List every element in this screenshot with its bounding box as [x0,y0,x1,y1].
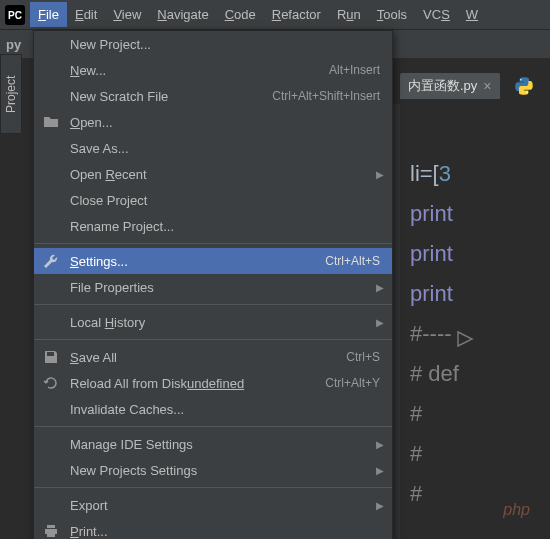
reload-icon [42,374,60,392]
submenu-arrow-icon: ▶ [376,169,384,180]
code-editor[interactable]: li=[3printprintprint#----# def### [400,104,550,539]
menuitem-print[interactable]: Print... [34,518,392,539]
menuitem-settings[interactable]: Settings...Ctrl+Alt+S [34,248,392,274]
code-line: print [410,274,550,314]
submenu-arrow-icon: ▶ [376,439,384,450]
editor-tab[interactable]: 内置函数.py × [400,73,500,99]
menu-file[interactable]: File [30,2,67,27]
menuitem-label: Rename Project... [70,219,174,234]
menuitem-open-recent[interactable]: Open Recent▶ [34,161,392,187]
file-menu-dropdown: New Project...New...Alt+InsertNew Scratc… [33,30,393,539]
project-toolwindow-tab[interactable]: Project [0,54,22,134]
menu-edit[interactable]: Edit [67,2,105,27]
code-line: # def [410,354,550,394]
menuitem-label: New... [70,63,106,78]
menuitem-save-as[interactable]: Save As... [34,135,392,161]
menu-code[interactable]: Code [217,2,264,27]
code-line: print [410,234,550,274]
submenu-arrow-icon: ▶ [376,500,384,511]
submenu-arrow-icon: ▶ [376,317,384,328]
menuitem-manage-ide-settings[interactable]: Manage IDE Settings▶ [34,431,392,457]
menuitem-save-all[interactable]: Save AllCtrl+S [34,344,392,370]
shortcut-label: Ctrl+S [346,350,380,364]
save-icon [42,348,60,366]
menu-refactor[interactable]: Refactor [264,2,329,27]
close-icon[interactable]: × [483,78,491,94]
svg-point-3 [526,92,528,94]
svg-text:PC: PC [8,10,22,21]
menuitem-file-properties[interactable]: File Properties▶ [34,274,392,300]
menuitem-invalidate-caches[interactable]: Invalidate Caches... [34,396,392,422]
menu-w[interactable]: W [458,2,486,27]
menu-tools[interactable]: Tools [369,2,415,27]
watermark: php [503,501,530,519]
menuitem-label: Local History [70,315,145,330]
shortcut-label: Ctrl+Alt+S [325,254,380,268]
menuitem-close-project[interactable]: Close Project [34,187,392,213]
menuitem-new[interactable]: New...Alt+Insert [34,57,392,83]
editor-tabs: 内置函数.py × [400,72,534,100]
menu-run[interactable]: Run [329,2,369,27]
gutter-marker-icon [456,330,474,348]
folder-icon [42,113,60,131]
menuitem-label: Save All [70,350,117,365]
shortcut-label: Ctrl+Alt+Y [325,376,380,390]
menuitem-label: Save As... [70,141,129,156]
shortcut-label: Alt+Insert [329,63,380,77]
tab-label: 内置函数.py [408,77,477,95]
menuitem-label: File Properties [70,280,154,295]
menubar: PC FileEditViewNavigateCodeRefactorRunTo… [0,0,550,30]
menuitem-label: Settings... [70,254,128,269]
print-icon [42,522,60,539]
code-line: #---- [410,314,550,354]
menuitem-label: New Project... [70,37,151,52]
menuitem-rename-project[interactable]: Rename Project... [34,213,392,239]
menuitem-open[interactable]: Open... [34,109,392,135]
menuitem-new-scratch-file[interactable]: New Scratch FileCtrl+Alt+Shift+Insert [34,83,392,109]
app-logo: PC [4,4,26,26]
menuitem-local-history[interactable]: Local History▶ [34,309,392,335]
menuitem-label: New Projects Settings [70,463,197,478]
wrench-icon [42,252,60,270]
shortcut-label: Ctrl+Alt+Shift+Insert [272,89,380,103]
menuitem-label: Open Recent [70,167,147,182]
menuitem-new-project[interactable]: New Project... [34,31,392,57]
menu-navigate[interactable]: Navigate [149,2,216,27]
menuitem-label: Export [70,498,108,513]
menu-view[interactable]: View [105,2,149,27]
menu-vcs[interactable]: VCS [415,2,458,27]
menuitem-label: Open... [70,115,113,130]
menuitem-label: Manage IDE Settings [70,437,193,452]
menuitem-label: Close Project [70,193,147,208]
menuitem-label: Reload All from Diskundefined [70,376,244,391]
menuitem-new-projects-settings[interactable]: New Projects Settings▶ [34,457,392,483]
submenu-arrow-icon: ▶ [376,282,384,293]
menuitem-label: Print... [70,524,108,539]
code-line: print [410,194,550,234]
submenu-arrow-icon: ▶ [376,465,384,476]
menuitem-label: Invalidate Caches... [70,402,184,417]
code-line [410,114,550,154]
menuitem-label: New Scratch File [70,89,168,104]
menuitem-reload-all-from-disk[interactable]: Reload All from DiskundefinedCtrl+Alt+Y [34,370,392,396]
code-line: # [410,394,550,434]
python-icon [514,76,534,96]
svg-point-2 [520,79,522,81]
code-line: # [410,434,550,474]
code-line: li=[3 [410,154,550,194]
breadcrumb-root: py [6,37,21,52]
menuitem-export[interactable]: Export▶ [34,492,392,518]
